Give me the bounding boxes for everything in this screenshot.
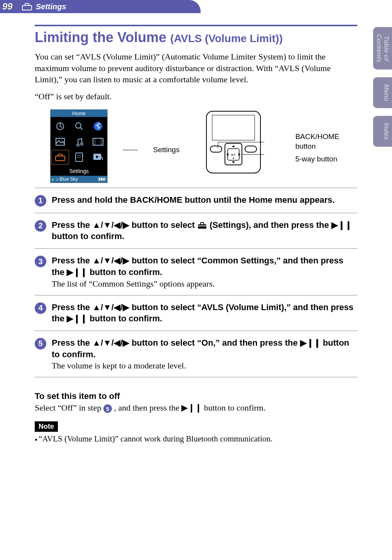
svg-rect-35: [198, 224, 206, 229]
nowplaying-text: ♪ Blue Sky: [56, 176, 78, 182]
step-1-title: Press and hold the BACK/HOME button unti…: [52, 194, 357, 206]
search-icon: [74, 122, 84, 131]
settings-leader-line: [123, 150, 137, 150]
step-2-title: Press the ▲/▼/◀/▶ button to select (Sett…: [52, 219, 357, 242]
figure-row: Home Settings ▸ ♪ Blue Sky Settings: [50, 109, 357, 183]
nowplaying-icon: [93, 153, 103, 161]
step-2: 2 Press the ▲/▼/◀/▶ button to select (Se…: [35, 213, 357, 248]
page-header: 99 Settings: [0, 0, 392, 13]
settings-callout: Settings: [153, 146, 180, 154]
note-badge: Note: [35, 421, 58, 432]
page-number: 99: [0, 0, 17, 13]
step-5-title: Press the ▲/▼/◀/▶ button to select “On,”…: [52, 337, 357, 360]
svg-rect-17: [99, 178, 100, 180]
step-5: 5 Press the ▲/▼/◀/▶ button to select “On…: [35, 331, 357, 377]
sub-text-b: , and then press the ▶❙❙ button to confi…: [114, 403, 265, 412]
page-title: Limiting the Volume: [35, 29, 166, 45]
callout-5way: 5-way button: [295, 154, 357, 164]
page-subtitle: (AVLS (Volume Limit)): [170, 32, 282, 44]
sub-desc-off: Select “Off” in step 5 , and then press …: [35, 403, 357, 413]
step-2-title-a: Press the ▲/▼/◀/▶ button to select: [52, 220, 197, 230]
svg-rect-23: [245, 146, 257, 152]
sub-text-a: Select “Off” in step: [35, 403, 103, 412]
step-3: 3 Press the ▲/▼/◀/▶ button to select “Co…: [35, 248, 357, 295]
step-num-1: 1: [35, 195, 46, 207]
svg-rect-21: [212, 115, 255, 140]
step-num-3: 3: [35, 256, 46, 267]
note-item-1: “AVLS (Volume Limit)” cannot work during…: [35, 434, 357, 444]
svg-text:▸ıı: ▸ıı: [231, 153, 235, 156]
svg-rect-9: [56, 156, 65, 161]
svg-marker-26: [232, 145, 235, 147]
svg-rect-19: [103, 178, 104, 180]
step-5-desc: The volume is kept to a moderate level.: [52, 361, 357, 371]
play-indicator-icon: ▸: [52, 176, 54, 182]
svg-rect-6: [93, 138, 103, 145]
title-rule: [35, 25, 357, 26]
svg-rect-0: [22, 5, 32, 10]
svg-rect-22: [210, 146, 222, 152]
svg-line-3: [80, 127, 83, 130]
svg-rect-36: [198, 226, 206, 226]
toolbox-inline-icon: [197, 222, 207, 229]
svg-marker-27: [232, 161, 235, 163]
note-list: “AVLS (Volume Limit)” cannot work during…: [35, 434, 357, 444]
step-num-2: 2: [35, 220, 46, 232]
header-section: Settings: [36, 2, 66, 11]
diagram-callouts: BACK/HOME button 5-way button: [295, 132, 357, 164]
device-diagram: ▸ıı: [195, 109, 280, 175]
steps-list: 1 Press and hold the BACK/HOME button un…: [35, 188, 357, 378]
callout-backhome: BACK/HOME button: [295, 132, 357, 151]
page-content: Limiting the Volume (AVLS (Volume Limit)…: [0, 13, 392, 444]
device-screenshot: Home Settings ▸ ♪ Blue Sky: [50, 109, 108, 183]
step-num-5: 5: [35, 338, 46, 350]
svg-rect-18: [101, 178, 102, 180]
screen-selected-label: Settings: [51, 166, 107, 176]
photo-icon: [56, 138, 65, 146]
step-4: 4 Press the ▲/▼/◀/▶ button to select “AV…: [35, 295, 357, 331]
bluetooth-icon: [93, 122, 103, 131]
settings-icon-selected: [51, 150, 69, 165]
playlist-icon: [75, 152, 83, 162]
battery-icon: [98, 177, 106, 181]
step-1: 1 Press and hold the BACK/HOME button un…: [35, 188, 357, 213]
music-icon: [74, 137, 84, 146]
toolbox-icon: [22, 3, 32, 10]
step-num-4: 4: [35, 302, 46, 314]
step-3-desc: The list of “Common Settings” options ap…: [52, 279, 357, 289]
video-icon: [93, 138, 103, 146]
svg-rect-16: [105, 178, 106, 180]
step-ref-5: 5: [103, 404, 112, 413]
fm-icon: [56, 122, 65, 131]
screen-nowplaying: ▸ ♪ Blue Sky: [51, 176, 107, 183]
home-grid: [51, 117, 107, 166]
svg-point-2: [76, 123, 81, 128]
step-4-title: Press the ▲/▼/◀/▶ button to select “AVLS…: [52, 302, 357, 324]
subheading-off: To set this item to off: [35, 391, 357, 401]
header-strip: 99 Settings: [0, 0, 189, 13]
intro-default: “Off” is set by default.: [35, 91, 357, 102]
step-3-title: Press the ▲/▼/◀/▶ button to select “Comm…: [52, 255, 357, 278]
screen-title: Home: [51, 110, 107, 117]
svg-point-31: [233, 158, 234, 159]
intro-paragraph: You can set “AVLS (Volume Limit)” (Autom…: [35, 51, 357, 85]
